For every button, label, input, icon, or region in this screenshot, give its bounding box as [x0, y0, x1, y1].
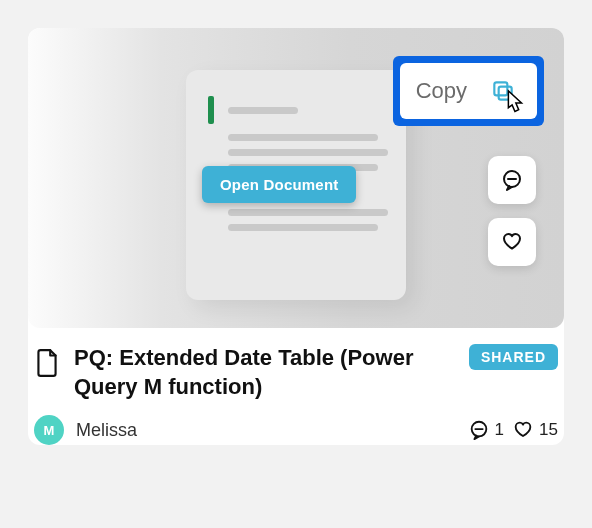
shared-badge: SHARED [469, 344, 558, 370]
author-name[interactable]: Melissa [76, 420, 456, 441]
copy-button[interactable]: Copy [400, 63, 537, 119]
heart-icon [512, 419, 534, 441]
comments-count: 1 [495, 420, 504, 440]
chat-icon [468, 419, 490, 441]
pointer-cursor-icon [499, 87, 529, 121]
card-footer: M Melissa 1 15 [28, 401, 564, 445]
file-icon [34, 348, 60, 382]
likes-count: 15 [539, 420, 558, 440]
copy-label: Copy [416, 78, 467, 104]
comments-stat[interactable]: 1 [468, 419, 504, 441]
comment-button[interactable] [488, 156, 536, 204]
heart-icon [500, 230, 524, 254]
copy-highlight: Copy [393, 56, 544, 126]
avatar[interactable]: M [34, 415, 64, 445]
likes-stat[interactable]: 15 [512, 419, 558, 441]
open-document-button[interactable]: Open Document [202, 166, 356, 203]
card-title[interactable]: PQ: Extended Date Table (Power Query M f… [74, 344, 457, 401]
card-stats: 1 15 [468, 419, 558, 441]
document-card: Open Document Copy [28, 28, 564, 445]
card-thumbnail[interactable]: Open Document Copy [28, 28, 564, 328]
copy-icon [485, 73, 521, 109]
card-meta: PQ: Extended Date Table (Power Query M f… [28, 328, 564, 401]
like-button[interactable] [488, 218, 536, 266]
chat-icon [500, 168, 524, 192]
